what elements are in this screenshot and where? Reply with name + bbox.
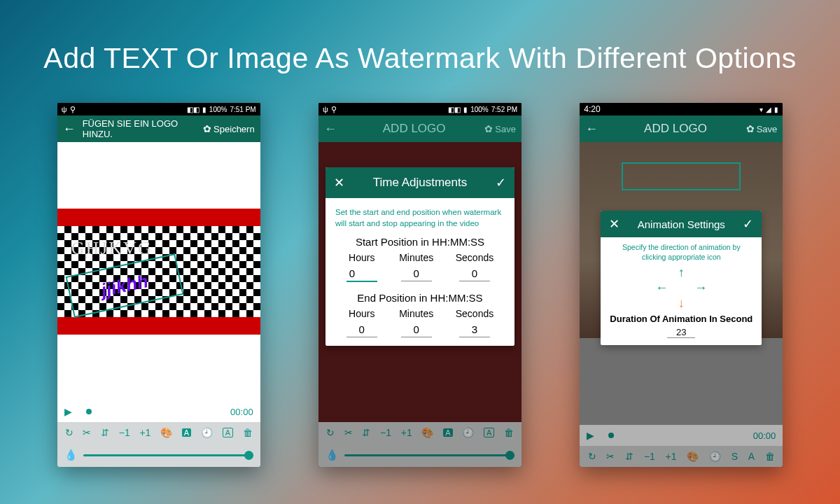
clock: 4:20	[584, 104, 600, 114]
play-time: 00:00	[753, 430, 776, 441]
seconds-label: Seconds	[456, 308, 493, 319]
gear-icon: ✿	[746, 123, 755, 134]
opacity-slider-row: 💧	[57, 443, 260, 467]
phone-1: ψ ⚲ ◧◧ ▮ 100% 7:51 PM ← FÜGEN SIE EIN LO…	[57, 103, 260, 467]
watermark-selection-box[interactable]	[622, 162, 741, 190]
back-button[interactable]: ←	[585, 122, 598, 136]
usb-icon: ψ	[323, 105, 328, 113]
toolbar-dimmed: ↻✂⇵−1+1🎨 A 🕘 A 🗑 💧	[318, 422, 522, 467]
watermark-text-2[interactable]: jjikhh	[99, 270, 150, 301]
status-bar: ψ ⚲ ◧◧ ▮ 100% 7:52 PM	[318, 103, 522, 115]
sim-icon: ◧◧	[448, 106, 461, 113]
page-headline: Add TEXT Or Image As Watermark With Diff…	[0, 0, 840, 75]
trash-icon[interactable]: 🗑	[243, 427, 253, 438]
animation-settings-dialog: ✕ Animation Settings ✓ Specify the direc…	[601, 211, 762, 345]
minutes-label: Minutes	[399, 308, 433, 319]
end-minutes-input[interactable]	[401, 322, 432, 337]
wifi-icon: ▾	[760, 106, 763, 113]
decrement-button[interactable]: −1	[119, 427, 130, 438]
video-preview: GHJKVG jjikhh	[57, 209, 260, 335]
gear-icon: ✿	[484, 123, 493, 134]
phone-3: 4:20 ▾ ◢ ▮ ← ADD LOGO ✿ Save ▶ 00:00	[580, 103, 783, 467]
animation-icon[interactable]: A	[223, 428, 233, 438]
app-bar: ← FÜGEN SIE EIN LOGO HINZU. ✿ Speichern	[57, 115, 260, 142]
confirm-icon[interactable]: ✓	[496, 175, 506, 190]
app-bar: ← ADD LOGO ✿ Save	[580, 115, 783, 142]
save-button[interactable]: ✿ Save	[484, 123, 516, 134]
app-title: ADD LOGO	[344, 122, 484, 136]
arrow-right-icon[interactable]: →	[694, 281, 707, 295]
app-title: ADD LOGO	[605, 122, 746, 136]
back-button[interactable]: ←	[324, 122, 337, 136]
battery-pct: 100%	[209, 106, 227, 113]
minutes-label: Minutes	[399, 252, 433, 263]
dialog-body: Set the start and end position when wate…	[326, 198, 514, 346]
confirm-icon[interactable]: ✓	[743, 216, 753, 232]
dialog-header: ✕ Time Adjustments ✓	[326, 167, 514, 198]
clock: 7:52 PM	[491, 106, 517, 113]
rotate-icon[interactable]: ↻	[65, 427, 74, 438]
play-time: 00:00	[230, 407, 253, 417]
video-canvas[interactable]: GHJKVG jjikhh	[57, 142, 260, 401]
increment-button[interactable]: +1	[139, 427, 150, 438]
usb-icon: ψ	[62, 105, 67, 113]
time-adjustments-dialog: ✕ Time Adjustments ✓ Set the start and e…	[326, 167, 514, 346]
hours-label: Hours	[346, 308, 377, 319]
progress-thumb[interactable]	[86, 409, 92, 414]
start-minutes-input[interactable]	[401, 266, 432, 281]
arrow-left-icon[interactable]: ←	[655, 281, 668, 295]
signal-icon: ◢	[766, 106, 771, 113]
phone-2: ψ ⚲ ◧◧ ▮ 100% 7:52 PM ← ADD LOGO ✿ Save …	[318, 103, 522, 467]
sim-icon: ◧◧	[187, 106, 200, 113]
dialog-hint: Set the start and end position when wate…	[335, 206, 505, 229]
app-title: FÜGEN SIE EIN LOGO HINZU.	[83, 118, 203, 139]
end-seconds-input[interactable]	[459, 322, 490, 337]
duration-label: Duration Of Animation In Second	[601, 314, 762, 324]
watermark-text-1[interactable]: GHJKVG	[71, 238, 153, 259]
close-icon[interactable]: ✕	[334, 175, 344, 190]
status-bar: 4:20 ▾ ◢ ▮	[580, 103, 783, 115]
font-a-icon[interactable]: A	[182, 428, 191, 437]
arrow-up-icon[interactable]: ↑	[678, 265, 685, 280]
opacity-slider[interactable]	[83, 454, 253, 456]
save-label: Save	[495, 124, 516, 134]
slider-thumb[interactable]	[244, 451, 253, 460]
battery-pct: 100%	[470, 106, 489, 113]
save-button[interactable]: ✿ Speichern	[203, 123, 255, 134]
back-button[interactable]: ←	[63, 122, 76, 136]
flip-icon[interactable]: ⇵	[101, 427, 109, 438]
start-seconds-input[interactable]	[459, 266, 490, 281]
app-bar: ← ADD LOGO ✿ Save	[318, 115, 522, 142]
edit-toolbar: ↻ ✂ ⇵ −1 +1 🎨 A 🕘 A 🗑	[57, 422, 260, 443]
dialog-title: Animation Settings	[620, 218, 743, 230]
battery-icon: ▮	[774, 106, 778, 113]
clock-icon[interactable]: 🕘	[201, 427, 213, 438]
debug-icon: ⚲	[331, 105, 337, 114]
seconds-label: Seconds	[456, 252, 493, 263]
clock: 7:51 PM	[230, 106, 255, 113]
save-button[interactable]: ✿ Save	[746, 123, 778, 134]
end-hours-input[interactable]	[346, 322, 377, 337]
start-section-label: Start Position in HH:MM:SS	[335, 236, 505, 248]
status-bar: ψ ⚲ ◧◧ ▮ 100% 7:51 PM	[57, 103, 260, 115]
crop-icon[interactable]: ✂	[83, 427, 91, 438]
end-section-label: End Position in HH:MM:SS	[335, 292, 505, 304]
palette-icon[interactable]: 🎨	[160, 427, 172, 438]
arrow-down-icon[interactable]: ↓	[678, 296, 685, 311]
debug-icon: ⚲	[70, 105, 76, 114]
opacity-icon: 💧	[64, 449, 78, 461]
start-hours-input[interactable]	[346, 266, 377, 282]
play-button[interactable]: ▶	[64, 406, 72, 417]
dialog-header: ✕ Animation Settings ✓	[601, 211, 762, 237]
dialog-title: Time Adjustments	[344, 176, 496, 190]
save-label: Save	[757, 124, 778, 134]
save-label: Speichern	[214, 124, 255, 134]
direction-pad: ↑ ←→ ↓	[601, 265, 762, 311]
gear-icon: ✿	[203, 123, 211, 134]
battery-icon: ▮	[202, 106, 206, 113]
close-icon[interactable]: ✕	[609, 216, 620, 232]
hours-label: Hours	[346, 252, 377, 263]
duration-input[interactable]	[667, 327, 695, 338]
phones-row: ψ ⚲ ◧◧ ▮ 100% 7:51 PM ← FÜGEN SIE EIN LO…	[0, 103, 840, 467]
play-bar: ▶ 00:00	[57, 401, 260, 422]
